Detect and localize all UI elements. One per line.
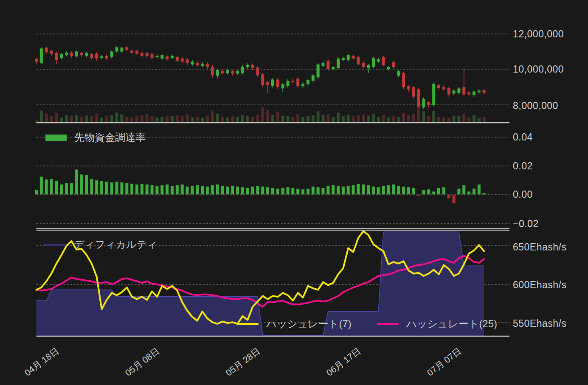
volume-bar (151, 116, 154, 122)
volume-bar (291, 117, 294, 122)
candle-body (462, 87, 465, 94)
candle-body (186, 59, 189, 63)
candle-body (317, 65, 320, 78)
volume-bar (271, 115, 274, 122)
legend-difficulty[interactable]: ディフィカルティ (44, 238, 158, 251)
funding-rate-bar (100, 181, 103, 194)
legend-hashrate7[interactable]: ハッシュレート(7) (236, 317, 352, 331)
funding-rate-bar (357, 184, 360, 194)
funding-rate-bar (407, 187, 410, 194)
funding-rate-bar (387, 185, 390, 194)
volume-bar (321, 115, 324, 122)
funding-rate-bar (291, 188, 294, 194)
funding-rate-bar (453, 195, 456, 203)
price-axis-label: 12,000,000 (513, 28, 564, 40)
candle-body (407, 86, 410, 89)
candle-body (261, 74, 264, 85)
volume-bar (326, 114, 329, 122)
volume-bar (55, 112, 58, 122)
volume-bar (120, 115, 123, 122)
funding-axis-label: 0.04 (513, 132, 533, 143)
candle-body (483, 90, 486, 93)
volume-bar (196, 117, 199, 122)
candle-body (362, 63, 365, 67)
volume-bar (296, 114, 299, 122)
funding-rate-bar (181, 185, 184, 194)
candle-body (307, 80, 309, 84)
candle-body (332, 67, 335, 69)
volume-bar (447, 118, 450, 122)
volume-bar (301, 117, 304, 122)
funding-rate-bar (276, 189, 279, 194)
funding-rate-bar (337, 186, 340, 194)
volume-bar (437, 117, 440, 122)
volume-bar (181, 116, 184, 122)
candle-body (447, 88, 450, 95)
volume-bar (141, 115, 143, 122)
candle-body (326, 61, 329, 69)
candlestick-series (35, 46, 486, 118)
candle-body (201, 64, 204, 66)
candle-body (337, 59, 340, 68)
candle-body (301, 84, 304, 86)
legend-funding-rate[interactable]: 先物資金調達率 (45, 131, 146, 144)
volume-bar (256, 115, 259, 122)
candle-body (256, 67, 259, 75)
volume-bar (397, 117, 400, 122)
candle-body (226, 70, 229, 73)
volume-bar (307, 116, 309, 122)
funding-rate-bar (301, 189, 304, 194)
candle-body (70, 53, 73, 56)
funding-rate-bar (457, 189, 460, 194)
crypto-chart-page: 先物資金調達率 ディフィカルティ ハッシュレート(7) ハッシュレート(25) … (0, 0, 588, 385)
candle-body (251, 65, 254, 68)
volume-bar (357, 115, 360, 122)
candle-body (100, 56, 103, 58)
candle-body (110, 51, 113, 57)
legend-hashrate25[interactable]: ハッシュレート(25) (377, 317, 497, 331)
funding-rate-bar (412, 188, 415, 194)
candle-body (55, 53, 58, 60)
volume-bar (412, 114, 415, 122)
funding-rate-bar (115, 182, 118, 194)
funding-rate-bar (478, 185, 481, 194)
funding-rate-bar (60, 185, 63, 194)
legend-funding-rate-label: 先物資金調達率 (74, 131, 146, 144)
candle-body (453, 90, 456, 93)
volume-series (35, 107, 486, 122)
volume-bar (75, 115, 78, 122)
candle-body (467, 93, 470, 95)
candle-body (191, 62, 194, 65)
funding-rate-bar (377, 187, 380, 194)
volume-bar (453, 115, 456, 122)
funding-rate-bar (347, 186, 350, 194)
candle-body (287, 81, 290, 86)
volume-bar (216, 114, 219, 122)
volume-bar (467, 118, 470, 122)
funding-rate-bar (271, 188, 274, 194)
funding-rate-swatch-icon (45, 135, 67, 141)
funding-rate-bar (402, 187, 405, 194)
funding-rate-bar (317, 187, 320, 194)
candle-body (377, 59, 380, 62)
volume-bar (362, 115, 365, 122)
volume-bar (287, 116, 290, 122)
funding-rate-bar (367, 185, 370, 194)
candle-body (211, 67, 214, 75)
candle-body (367, 65, 370, 68)
funding-rate-bar (372, 187, 375, 194)
funding-rate-bar (141, 184, 143, 194)
candle-body (216, 70, 219, 76)
volume-bar (352, 116, 355, 122)
funding-rate-bar (216, 185, 219, 194)
funding-rate-bar (55, 181, 58, 194)
funding-axis-label: 0.02 (513, 160, 533, 172)
volume-bar (251, 117, 254, 122)
volume-bar (377, 117, 380, 122)
funding-rate-bar (473, 189, 475, 194)
volume-bar (166, 115, 169, 122)
funding-rate-bar (130, 184, 133, 194)
funding-rate-bar (226, 187, 229, 194)
candle-body (347, 55, 350, 60)
funding-rate-bar (467, 191, 470, 194)
